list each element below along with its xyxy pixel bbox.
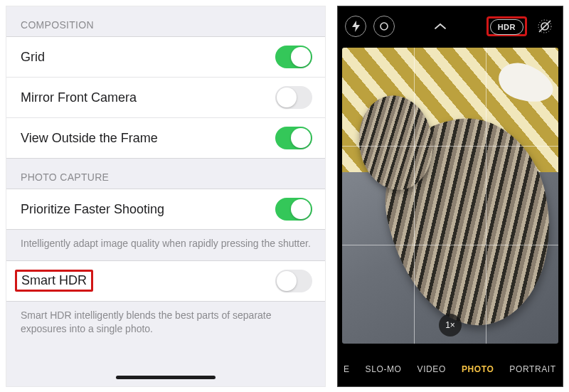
live-photo-toggle[interactable] [534,16,555,37]
camera-app-panel: HDR 1× E SLO-MO VIDEO PHOTO PORTRAIT PAN… [337,6,563,387]
mode-timelapse-partial[interactable]: E [344,364,350,374]
camera-viewfinder[interactable]: 1× [342,48,558,344]
switch-grid[interactable] [275,46,312,68]
camera-settings-panel: COMPOSITION Grid Mirror Front Camera Vie… [6,6,326,387]
hdr-toggle[interactable]: HDR [490,19,523,35]
row-view-outside-frame[interactable]: View Outside the Frame [6,118,325,158]
row-prioritize-label: Prioritize Faster Shooting [21,202,275,217]
switch-smart-hdr[interactable] [275,270,312,292]
camera-mode-strip[interactable]: E SLO-MO VIDEO PHOTO PORTRAIT PANO [338,352,563,386]
mode-video[interactable]: VIDEO [418,364,446,374]
chevron-up-icon [434,23,447,30]
row-prioritize-faster-shooting[interactable]: Prioritize Faster Shooting [6,189,325,229]
row-grid[interactable]: Grid [6,37,325,78]
zoom-level-button[interactable]: 1× [439,314,462,337]
camera-top-bar: HDR [338,6,563,46]
section-header-photo-capture: PHOTO CAPTURE [6,159,325,189]
night-mode-icon [378,21,390,32]
row-grid-label: Grid [21,50,275,65]
footer-prioritize: Intelligently adapt image quality when r… [6,230,325,260]
section-header-composition: COMPOSITION [6,6,325,36]
row-smart-hdr[interactable]: Smart HDR [6,261,325,301]
highlight-hdr-toggle: HDR [486,16,527,36]
mode-slomo[interactable]: SLO-MO [366,364,402,374]
composition-list: Grid Mirror Front Camera View Outside th… [6,36,325,159]
photo-capture-list-1: Prioritize Faster Shooting [6,189,325,230]
switch-mirror-front-camera[interactable] [275,86,312,109]
footer-smart-hdr: Smart HDR intelligently blends the best … [6,302,325,346]
photo-capture-list-2: Smart HDR [6,260,325,302]
highlight-smart-hdr: Smart HDR [15,270,93,292]
switch-view-outside-frame[interactable] [275,127,312,149]
row-mirror-front-camera[interactable]: Mirror Front Camera [6,78,325,118]
flash-button[interactable] [345,16,366,37]
bolt-icon [351,21,361,32]
night-mode-button[interactable] [373,16,395,37]
camera-controls-chevron[interactable] [429,20,452,33]
mode-portrait[interactable]: PORTRAIT [509,364,555,374]
row-mirror-label: Mirror Front Camera [21,90,275,105]
mode-photo[interactable]: PHOTO [462,364,494,374]
home-indicator[interactable] [116,376,216,379]
live-photo-off-icon [537,18,553,34]
row-outside-frame-label: View Outside the Frame [21,131,275,146]
switch-prioritize-faster-shooting[interactable] [275,198,312,221]
row-smart-hdr-label: Smart HDR [21,270,275,292]
